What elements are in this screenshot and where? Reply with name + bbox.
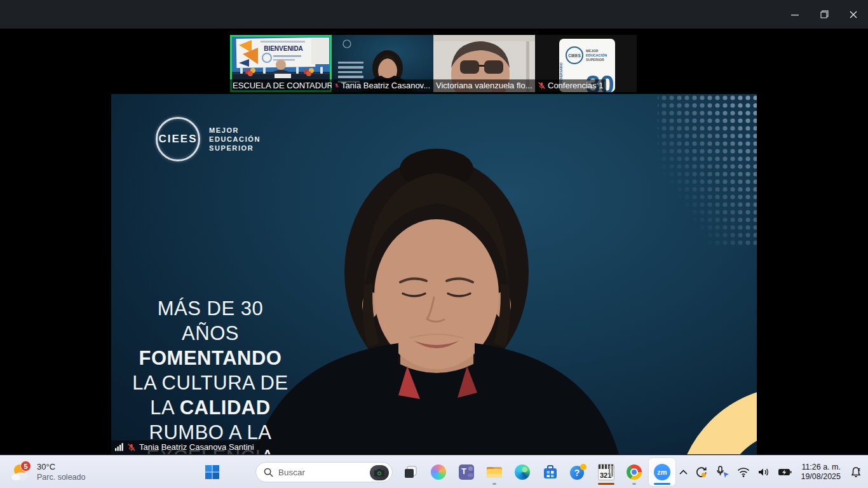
yellow-arc-decoration <box>698 409 757 454</box>
tray-overflow-button[interactable] <box>676 459 691 485</box>
card-tagline-2: EDUCACIÓN <box>586 53 607 57</box>
halftone-dots-decoration <box>658 94 757 247</box>
restore-icon <box>820 10 829 18</box>
help-button[interactable]: ? <box>565 458 592 486</box>
chrome-icon <box>627 464 642 480</box>
clock-date: 19/08/2025 <box>801 472 841 482</box>
weather-condition: Parc. soleado <box>37 472 85 482</box>
zoom-icon: zm <box>654 464 670 480</box>
wifi-icon <box>737 467 750 477</box>
minimize-button[interactable] <box>780 0 810 29</box>
clock[interactable]: 11:26 a. m. 19/08/2025 <box>796 463 845 482</box>
slogan-line-3: LA CULTURA DE <box>129 370 292 395</box>
teams-icon: T <box>459 464 474 480</box>
volume-icon <box>757 467 770 477</box>
card-tagline-1: MEJOR <box>586 49 599 53</box>
store-icon <box>543 464 558 480</box>
participant-thumbnail-conferencias[interactable]: CIEES MEJOR EDUCACIÓN SUPERIOR ANIVERSAR… <box>535 35 637 92</box>
zoom-button[interactable]: zm <box>649 458 675 486</box>
wifi-tray-button[interactable] <box>734 459 753 485</box>
bell-sleep-icon: z <box>850 466 862 478</box>
running-indicator <box>492 483 496 485</box>
update-icon <box>695 466 708 478</box>
file-explorer-button[interactable] <box>481 458 508 486</box>
participant-name: ESCUELA DE CONTADUR... <box>233 81 332 90</box>
main-speaker-video[interactable]: CIEES MEJOR EDUCACIÓN SUPERIOR MÁS DE 30… <box>111 94 757 454</box>
update-tray-button[interactable] <box>692 459 711 485</box>
svg-text:z: z <box>858 466 860 472</box>
participant-thumbnail-tania[interactable]: Tania Beatriz Casanov... <box>332 35 433 92</box>
ciees-tagline: MEJOR EDUCACIÓN SUPERIOR <box>209 126 261 152</box>
ciees-logo: CIEES MEJOR EDUCACIÓN SUPERIOR <box>156 117 261 161</box>
participant-name-label: Tania Beatriz Casanov... <box>332 79 433 92</box>
start-button[interactable] <box>199 458 226 486</box>
file-explorer-icon <box>486 465 503 479</box>
search-area <box>226 456 397 488</box>
teams-button[interactable]: T <box>453 458 480 486</box>
slogan-text: MÁS DE 30 AÑOS FOMENTANDO LA CULTURA DE … <box>129 296 292 454</box>
search-input[interactable] <box>278 468 361 477</box>
participant-name: Victoriana valenzuela flo... <box>436 81 532 90</box>
participant-name-label: ESCUELA DE CONTADUR... <box>230 79 332 92</box>
store-button[interactable] <box>537 458 564 486</box>
muted-mic-icon <box>538 81 546 90</box>
search-icon <box>264 468 273 477</box>
tagline-line: MEJOR <box>209 126 261 135</box>
edge-button[interactable] <box>509 458 536 486</box>
copilot-icon <box>431 464 446 480</box>
active-indicator <box>598 483 614 485</box>
chrome-button[interactable] <box>621 458 648 486</box>
tagline-line: EDUCACIÓN <box>209 135 261 144</box>
slogan-line-1: MÁS DE 30 AÑOS <box>129 296 292 346</box>
participant-strip: BIENVENIDA ESCUELA DE CONTADUR... <box>230 35 637 92</box>
slogan-line-2: FOMENTANDO <box>129 346 292 370</box>
help-icon: ? <box>570 464 587 480</box>
participant-name: Tania Beatriz Casanov... <box>341 81 430 90</box>
battery-tray-button[interactable] <box>775 459 795 485</box>
banner-text: BIENVENIDA <box>264 45 303 52</box>
window-controls <box>780 0 868 29</box>
mic-location-icon <box>715 466 729 478</box>
volume-tray-button[interactable] <box>754 459 773 485</box>
ciees-logo-circle-icon: CIEES <box>156 117 200 161</box>
tagline-line: SUPERIOR <box>209 144 261 152</box>
speaker-figure <box>254 149 619 454</box>
window-titlebar <box>0 0 868 29</box>
task-view-icon <box>403 464 418 480</box>
participant-name-label: Conferencias 1 <box>535 79 606 92</box>
participant-name: Conferencias 1 <box>548 81 603 90</box>
speaker-name: Tania Beatriz Casanova Santini <box>139 442 254 452</box>
restore-button[interactable] <box>810 0 839 29</box>
muted-mic-icon <box>127 443 136 452</box>
search-box[interactable] <box>255 462 393 482</box>
active-indicator <box>654 483 670 485</box>
running-indicator <box>632 483 636 485</box>
notification-center-button[interactable]: z <box>846 459 865 485</box>
copilot-button[interactable] <box>425 458 452 486</box>
chevron-up-icon <box>679 470 688 475</box>
muted-mic-icon <box>334 81 339 90</box>
search-daily-image-camera-icon[interactable] <box>370 465 389 480</box>
clock-time: 11:26 a. m. <box>801 463 841 472</box>
signal-bars-icon <box>115 443 124 451</box>
weather-widget[interactable]: 5 30°C Parc. soleado <box>4 458 92 487</box>
windows-taskbar: 5 30°C Parc. soleado <box>0 455 868 488</box>
close-icon <box>850 11 857 18</box>
task-view-button[interactable] <box>397 458 424 486</box>
minimize-icon <box>791 11 799 18</box>
media-player-button[interactable]: 321 <box>593 458 620 486</box>
speaker-name-tag: Tania Beatriz Casanova Santini <box>111 440 259 454</box>
windows-logo-icon <box>205 464 220 480</box>
edge-icon <box>515 464 530 480</box>
system-tray: 11:26 a. m. 19/08/2025 z <box>676 456 868 488</box>
participant-thumbnail-escuela[interactable]: BIENVENIDA ESCUELA DE CONTADUR... <box>230 35 332 92</box>
participant-thumbnail-victoriana[interactable]: Victoriana valenzuela flo... <box>433 35 535 92</box>
card-brand: CIEES <box>568 53 581 58</box>
notification-badge: 5 <box>20 461 31 471</box>
media-player-321-icon: 321 <box>598 464 614 480</box>
close-button[interactable] <box>839 0 868 29</box>
slogan-line-4: LA CALIDAD <box>129 395 292 420</box>
battery-icon <box>778 468 792 477</box>
participant-name-label: Victoriana valenzuela flo... <box>433 79 535 92</box>
mic-in-use-button[interactable] <box>712 459 733 485</box>
